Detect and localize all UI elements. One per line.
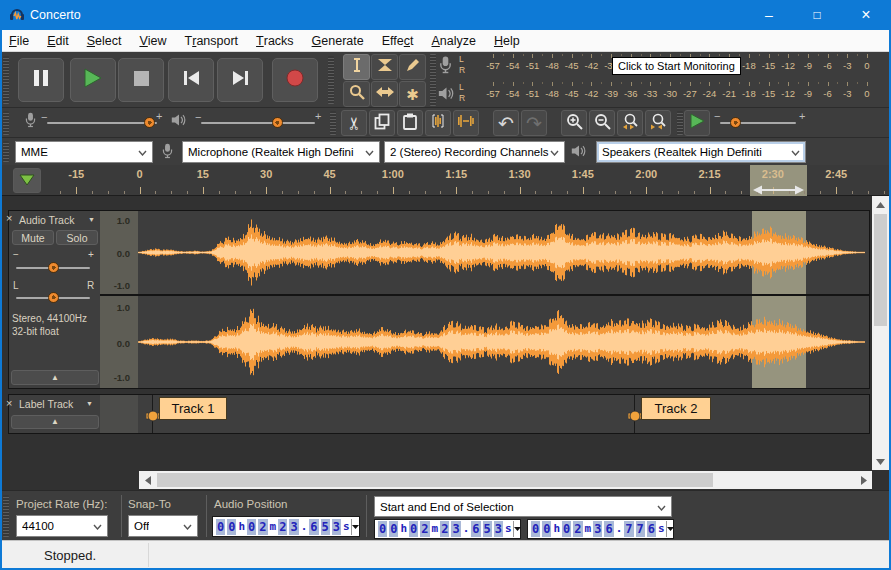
selection-tool-button[interactable] — [343, 54, 370, 80]
transcription-toolbar-grip[interactable] — [677, 111, 683, 135]
selection-start-field[interactable]: 00h02m23.653s — [374, 519, 521, 539]
menu-analyze[interactable]: Analyze — [422, 30, 484, 52]
waveform-channel-1[interactable] — [138, 211, 869, 294]
zoom-in-button[interactable] — [561, 110, 587, 136]
scroll-down-icon[interactable] — [872, 453, 889, 470]
play-button[interactable] — [70, 58, 116, 102]
paste-button[interactable] — [397, 110, 423, 136]
ruler-tick — [203, 187, 204, 194]
playback-volume-thumb[interactable] — [272, 117, 283, 128]
input-device-combo[interactable]: Microphone (Realtek High Defini — [182, 141, 380, 163]
transport-toolbar-grip[interactable] — [3, 56, 9, 104]
envelope-tool-button[interactable] — [371, 54, 398, 80]
vertical-scrollbar[interactable] — [872, 196, 889, 470]
pan-slider-thumb[interactable] — [48, 292, 59, 303]
device-toolbar-grip[interactable] — [3, 141, 9, 162]
playback-speed-thumb[interactable] — [730, 117, 741, 128]
play-at-speed-button[interactable] — [684, 110, 710, 136]
maximize-button[interactable]: □ — [794, 0, 840, 30]
timeline-options-button[interactable] — [13, 168, 41, 193]
selection-end-field[interactable]: 00h02m36.776s — [527, 519, 674, 539]
skip-to-start-button[interactable] — [168, 58, 214, 102]
pause-button[interactable] — [18, 58, 64, 102]
copy-button[interactable] — [369, 110, 395, 136]
edit-toolbar-grip[interactable] — [330, 111, 336, 135]
mute-button[interactable]: Mute — [12, 230, 54, 245]
recording-volume-slider[interactable] — [47, 122, 157, 124]
playback-meter[interactable]: L R -57-54-51-48-45-42-39-36-33-30-27-24… — [438, 80, 891, 108]
stop-button[interactable] — [118, 58, 164, 102]
title-bar[interactable]: Concerto – □ × — [0, 0, 891, 30]
input-channels-combo[interactable]: 2 (Stereo) Recording Channels — [384, 141, 565, 163]
host-combo[interactable]: MME — [15, 141, 153, 163]
menu-generate[interactable]: Generate — [303, 30, 373, 52]
menu-view[interactable]: View — [130, 30, 175, 52]
fit-project-button[interactable] — [645, 110, 671, 136]
selection-toolbar-grip[interactable] — [3, 495, 9, 537]
meter-tick — [788, 82, 789, 86]
label-marker-icon[interactable] — [146, 408, 160, 428]
minimize-button[interactable]: – — [746, 0, 792, 30]
meter-tick — [611, 82, 612, 86]
menu-select[interactable]: Select — [78, 30, 131, 52]
zoom-out-button[interactable] — [589, 110, 615, 136]
redo-button[interactable]: ↷ — [521, 110, 547, 136]
timefield-dropdown-icon[interactable] — [666, 521, 674, 537]
recording-volume-thumb[interactable] — [144, 117, 155, 128]
label-text[interactable]: Track 2 — [641, 397, 711, 420]
record-button[interactable] — [272, 58, 318, 102]
zoom-tool-button[interactable] — [343, 81, 370, 107]
menu-transport[interactable]: Transport — [176, 30, 248, 52]
menu-edit[interactable]: Edit — [38, 30, 78, 52]
selection-mode-combo[interactable]: Start and End of Selection — [374, 496, 672, 517]
draw-tool-button[interactable] — [399, 54, 426, 80]
close-button[interactable]: × — [843, 0, 889, 30]
cut-button[interactable]: ✂ — [341, 110, 367, 136]
silence-audio-button[interactable] — [453, 110, 479, 136]
scroll-up-icon[interactable] — [872, 196, 889, 213]
skip-to-end-button[interactable] — [217, 58, 263, 102]
timefield-dropdown-icon[interactable] — [351, 519, 359, 535]
solo-button[interactable]: Solo — [56, 230, 98, 245]
snap-to-combo[interactable]: Off — [128, 515, 198, 537]
label-track-lane[interactable]: Track 1 Track 2 — [138, 395, 869, 433]
meter-toolbar-grip[interactable] — [430, 54, 436, 106]
timefield-char: 0 — [389, 521, 398, 537]
project-rate-combo[interactable]: 44100 — [16, 515, 108, 537]
timeshift-tool-button[interactable] — [371, 81, 398, 107]
label-track-close-icon[interactable]: × — [6, 398, 12, 409]
multi-tool-button[interactable]: ✱ — [399, 81, 426, 107]
menu-file[interactable]: File — [0, 30, 38, 52]
trim-audio-button[interactable] — [425, 110, 451, 136]
menu-tracks[interactable]: Tracks — [247, 30, 303, 52]
horizontal-scrollbar-thumb[interactable] — [157, 473, 713, 487]
label-text[interactable]: Track 1 — [159, 397, 227, 420]
audio-track-menu-icon[interactable]: ▼ — [88, 216, 95, 223]
label-track-menu-icon[interactable]: ▼ — [86, 400, 93, 407]
ruler-tick — [440, 191, 441, 194]
menu-effect[interactable]: Effect — [373, 30, 423, 52]
label-track-title[interactable]: Label Track — [19, 398, 73, 410]
fit-selection-button[interactable] — [617, 110, 643, 136]
audio-track-collapse-button[interactable]: ▲ — [11, 370, 99, 385]
meter-scale-label: -3 — [843, 60, 851, 71]
horizontal-scrollbar[interactable] — [139, 471, 872, 489]
tools-toolbar-grip[interactable] — [328, 56, 334, 104]
label-marker-icon[interactable] — [628, 408, 642, 428]
mixer-toolbar-grip[interactable] — [3, 111, 9, 135]
label-track-collapse-button[interactable]: ▲ — [11, 415, 99, 429]
timefield-dropdown-icon[interactable] — [513, 521, 521, 537]
audio-track-title[interactable]: Audio Track — [19, 214, 74, 226]
waveform-channel-2[interactable] — [138, 296, 869, 388]
menu-help[interactable]: Help — [485, 30, 529, 52]
playback-volume-slider[interactable] — [201, 122, 315, 124]
undo-button[interactable]: ↶ — [493, 110, 519, 136]
audio-position-field[interactable]: 00h02m23.653s — [212, 516, 360, 537]
gain-slider-thumb[interactable] — [48, 262, 59, 273]
output-device-combo[interactable]: Speakers (Realtek High Definiti — [596, 141, 806, 163]
audio-track-close-icon[interactable]: × — [6, 213, 12, 224]
vertical-scrollbar-thumb[interactable] — [874, 214, 887, 326]
timeline-ruler[interactable]: -1501530451:001:151:301:452:002:152:302:… — [44, 165, 891, 196]
scroll-right-icon[interactable] — [855, 471, 872, 489]
scroll-left-icon[interactable] — [139, 471, 156, 489]
